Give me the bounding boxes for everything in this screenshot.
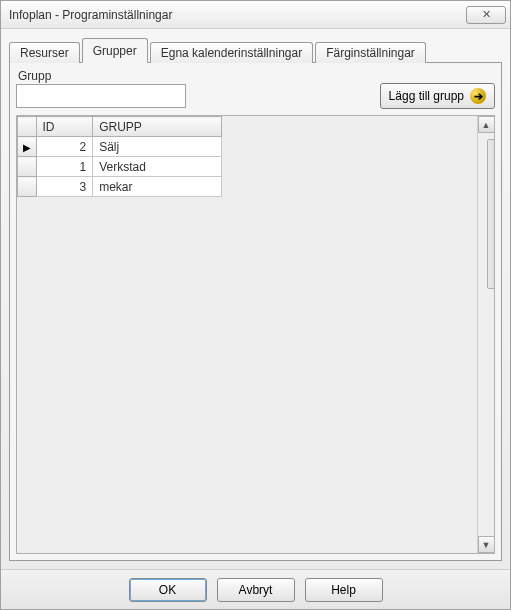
- tab-egna-kalender[interactable]: Egna kalenderinställningar: [150, 42, 313, 63]
- grupp-input[interactable]: [16, 84, 186, 108]
- dialog-window: Infoplan - Programinställningar ✕ Resurs…: [0, 0, 511, 610]
- scroll-thumb[interactable]: [487, 139, 495, 289]
- tab-panel-grupper: Grupp Lägg till grupp ➔ ID GRUPP: [9, 62, 502, 561]
- row-header-blank: [18, 117, 37, 137]
- tab-grupper[interactable]: Grupper: [82, 38, 148, 63]
- cell-grupp[interactable]: Verkstad: [93, 157, 222, 177]
- cell-id[interactable]: 3: [36, 177, 93, 197]
- close-icon: ✕: [482, 8, 491, 21]
- table-row[interactable]: 1 Verkstad: [18, 157, 222, 177]
- table-row[interactable]: 3 mekar: [18, 177, 222, 197]
- table-row[interactable]: ▶ 2 Sälj: [18, 137, 222, 157]
- col-header-id[interactable]: ID: [36, 117, 93, 137]
- cell-id[interactable]: 2: [36, 137, 93, 157]
- cell-id[interactable]: 1: [36, 157, 93, 177]
- cancel-button[interactable]: Avbryt: [217, 578, 295, 602]
- titlebar: Infoplan - Programinställningar ✕: [1, 1, 510, 29]
- cell-grupp[interactable]: mekar: [93, 177, 222, 197]
- tab-farginstallningar[interactable]: Färginställningar: [315, 42, 426, 63]
- groups-grid: ID GRUPP ▶ 2 Sälj 1 Verksta: [16, 115, 495, 554]
- groups-table[interactable]: ID GRUPP ▶ 2 Sälj 1 Verksta: [17, 116, 222, 197]
- close-button[interactable]: ✕: [466, 6, 506, 24]
- add-group-button[interactable]: Lägg till grupp ➔: [380, 83, 495, 109]
- dialog-footer: OK Avbryt Help: [1, 569, 510, 609]
- tab-resurser[interactable]: Resurser: [9, 42, 80, 63]
- arrow-right-icon: ➔: [470, 88, 486, 104]
- add-group-button-label: Lägg till grupp: [389, 89, 464, 103]
- grupp-field-label: Grupp: [18, 69, 186, 83]
- tabstrip: Resurser Grupper Egna kalenderinställnin…: [1, 29, 510, 62]
- col-header-grupp[interactable]: GRUPP: [93, 117, 222, 137]
- help-button[interactable]: Help: [305, 578, 383, 602]
- vertical-scrollbar[interactable]: ▲ ▼: [477, 116, 494, 553]
- row-marker-icon: ▶: [23, 142, 31, 153]
- cell-grupp[interactable]: Sälj: [93, 137, 222, 157]
- ok-button[interactable]: OK: [129, 578, 207, 602]
- scroll-up-button[interactable]: ▲: [478, 116, 495, 133]
- window-title: Infoplan - Programinställningar: [9, 8, 466, 22]
- scroll-down-button[interactable]: ▼: [478, 536, 495, 553]
